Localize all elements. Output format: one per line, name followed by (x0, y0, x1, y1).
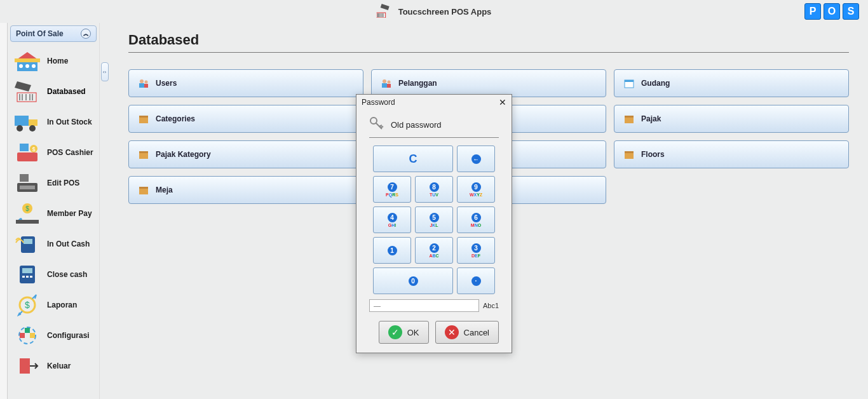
collapse-handle[interactable]: ‹› (101, 62, 109, 81)
tile-label: Pajak (641, 114, 661, 123)
box-icon (381, 78, 392, 89)
key-1[interactable]: 1 (373, 237, 411, 264)
tile-gudang[interactable]: Gudang (614, 69, 849, 97)
key-8[interactable]: 8TUV (415, 176, 453, 203)
box-icon (138, 184, 149, 196)
chevron-up-icon[interactable]: ︽ (81, 29, 91, 39)
config-icon (11, 324, 43, 347)
svg-rect-33 (22, 268, 32, 273)
tile-pajak-kategory[interactable]: Pajak Kategory (128, 140, 363, 168)
sidebar-item-databased[interactable]: Databased (10, 76, 97, 107)
svg-rect-60 (139, 152, 148, 159)
sidebar-item-inoutcash[interactable]: In Out Cash (10, 229, 97, 259)
key-7[interactable]: 7PQRS (373, 176, 411, 203)
left-gutter (0, 23, 8, 399)
svg-rect-51 (387, 84, 391, 88)
check-icon: ✓ (388, 325, 402, 339)
svg-rect-34 (22, 276, 25, 278)
sidebar-item-laporan[interactable]: $ Laporan (10, 290, 97, 320)
svg-rect-16 (15, 116, 29, 126)
sidebar-item-label: Configurasi (47, 331, 90, 340)
sidebar-item-label: Laporan (47, 301, 77, 309)
tile-floors[interactable]: Floors (614, 140, 849, 168)
sidebar-item-label: In Out Cash (47, 240, 90, 248)
sidebar-item-closecash[interactable]: Close cash (10, 259, 97, 290)
svg-rect-66 (139, 188, 148, 194)
box-icon (623, 78, 635, 89)
svg-rect-17 (29, 119, 37, 126)
svg-point-18 (17, 125, 23, 132)
tile-label: Floors (641, 150, 665, 159)
close-icon[interactable]: ✕ (499, 98, 506, 107)
box-icon (138, 78, 149, 89)
key-6[interactable]: 6MNO (457, 206, 495, 233)
svg-text:$: $ (25, 205, 29, 212)
tile-label: Pelanggan (398, 79, 437, 88)
sidebar-item-editpos[interactable]: Edit POS (10, 168, 97, 198)
ok-button[interactable]: ✓ OK (379, 321, 429, 344)
sidebar-item-label: In Out Stock (47, 118, 92, 126)
sidebar-item-label: Databased (47, 87, 86, 96)
sidebar-item-configurasi[interactable]: Configurasi (10, 320, 97, 351)
key-9[interactable]: 9WXYZ (457, 176, 495, 203)
barcode-icon (11, 80, 43, 103)
key-3[interactable]: 3DEF (457, 237, 495, 264)
svg-text:$: $ (25, 300, 30, 310)
password-modal: Password ✕ Old password C ← 7PQRS8TUV9WX… (356, 94, 512, 353)
svg-rect-55 (139, 116, 148, 118)
sidebar-item-label: Edit POS (47, 179, 79, 187)
pos-badge-s: S (843, 3, 859, 20)
input-mode-label: Abc1 (483, 302, 499, 309)
key-0[interactable]: 0 (373, 267, 453, 294)
svg-rect-65 (625, 151, 634, 153)
svg-point-7 (19, 64, 23, 68)
key-dot[interactable]: · (457, 267, 495, 294)
key-4[interactable]: 4GHI (373, 206, 411, 233)
modal-actions: ✓ OK ✕ Cancel (369, 321, 499, 344)
tile-categories[interactable]: Categories (128, 105, 363, 133)
svg-point-8 (25, 64, 29, 68)
tile-users[interactable]: Users (128, 69, 363, 97)
svg-point-48 (383, 79, 386, 83)
pay-terminal-icon (11, 233, 43, 255)
svg-rect-6 (15, 58, 40, 62)
modal-heading-text: Old password (391, 120, 441, 130)
sidebar-item-poscashier[interactable]: $ POS Cashier (10, 137, 97, 168)
key-5[interactable]: 5JKL (415, 206, 453, 233)
password-input[interactable] (369, 299, 479, 312)
truck-icon (11, 111, 43, 133)
collapse-handle-col: ‹› (99, 23, 109, 399)
modal-heading: Old password (369, 116, 499, 138)
svg-rect-54 (139, 117, 148, 123)
svg-rect-49 (382, 83, 387, 88)
box-icon (623, 149, 635, 160)
sidebar-header[interactable]: Point Of Sale ︽ (10, 25, 97, 42)
key-clear[interactable]: C (373, 145, 453, 172)
svg-rect-40 (20, 333, 25, 338)
sidebar-item-keluar[interactable]: Keluar (10, 351, 97, 381)
box-icon (138, 113, 149, 125)
svg-rect-31 (24, 239, 32, 244)
tile-pajak[interactable]: Pajak (614, 105, 849, 133)
sidebar-item-label: Close cash (47, 270, 87, 279)
key-2[interactable]: 2ABC (415, 237, 453, 264)
page-title: Databased (128, 32, 849, 53)
box-icon (623, 113, 635, 125)
svg-rect-59 (625, 116, 634, 118)
keypad: C ← 7PQRS8TUV9WXYZ4GHI5JKL6MNO12ABC3DEF0… (369, 145, 499, 294)
sidebar-item-inoutstock[interactable]: In Out Stock (10, 107, 97, 137)
sidebar: Point Of Sale ︽ Home Databased In O (8, 23, 99, 399)
svg-rect-20 (17, 152, 37, 161)
cancel-button[interactable]: ✕ Cancel (435, 321, 499, 344)
sidebar-item-memberpay[interactable]: $ Member Pay (10, 198, 97, 229)
tile-pelanggan[interactable]: Pelanggan (371, 69, 606, 97)
sidebar-item-home[interactable]: Home (10, 46, 97, 76)
keys-icon (369, 116, 384, 133)
svg-rect-36 (30, 276, 32, 278)
svg-rect-29 (16, 220, 39, 224)
box-icon (138, 149, 149, 160)
password-row: Abc1 (369, 299, 499, 312)
home-icon (11, 50, 43, 72)
key-backspace[interactable]: ← (457, 145, 495, 172)
cash-register-icon: $ (11, 141, 43, 164)
